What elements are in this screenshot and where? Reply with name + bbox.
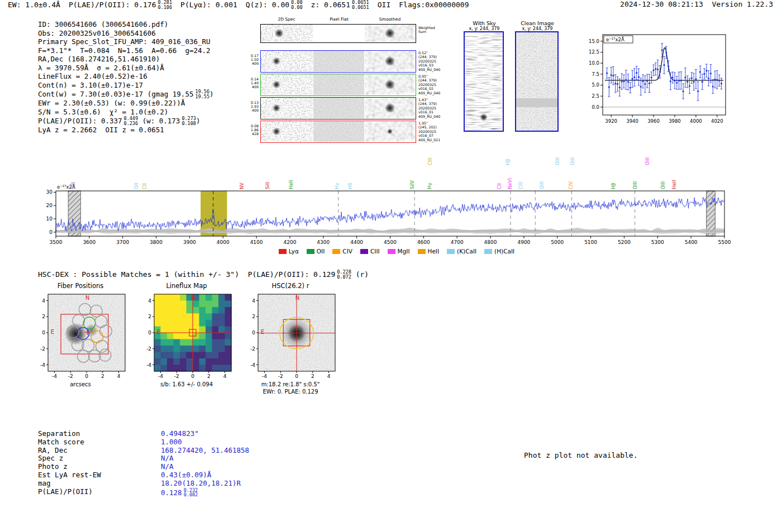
span-element: 168.274420, 51.461858 xyxy=(161,446,249,454)
rect-element xyxy=(174,314,180,320)
cutout-caption: EWr: 0. PLAE: 0.129 xyxy=(241,389,340,396)
rect-element xyxy=(154,294,161,301)
circle-element xyxy=(655,68,656,70)
match-row: Separation0.494823" xyxy=(38,430,249,438)
rect-element xyxy=(174,339,180,346)
text-element: 4 xyxy=(327,373,331,379)
legend-item: (H)CaII xyxy=(484,248,514,255)
rect-element xyxy=(167,327,174,333)
rect-element xyxy=(154,352,161,359)
match-row: mag18.20(18.20,18.21)R xyxy=(38,480,249,488)
header-bar: EW: 1.0±0.4ÅP(LAE)/P(OII): 0.1760.2810.1… xyxy=(0,0,782,9)
detection-info-block: ID: 3006541606 (3006541606.pdf)Obs: 2020… xyxy=(38,20,214,135)
div-element: 409 xyxy=(250,61,259,65)
rect-element xyxy=(212,294,219,301)
text-element: 3500 xyxy=(50,239,63,245)
svg-element xyxy=(365,98,415,118)
text-element: -4 xyxy=(52,373,57,379)
div-element: 20200325 xyxy=(418,130,446,133)
div-element: 1.95" xyxy=(418,121,446,125)
spec2d-row-right-label: 0.95"(244, 379)20200325v016_02409_RU_040 xyxy=(418,74,446,95)
rect-element xyxy=(206,314,212,320)
circle-element xyxy=(617,83,618,85)
text-element: 10 xyxy=(46,216,53,222)
span-element: 0.236 xyxy=(124,121,139,126)
span-element: CIII xyxy=(370,248,380,255)
rect-element xyxy=(206,339,212,346)
circle-element xyxy=(385,103,395,113)
rect-element xyxy=(187,320,193,327)
header-summary: EW: 1.0±0.4ÅP(LAE)/P(OII): 0.1760.2810.1… xyxy=(8,0,477,9)
info-segment: LineFlux = 2.40(±0.52)e-16 xyxy=(38,72,147,80)
div-element: (245, 202) xyxy=(418,125,446,129)
with-sky-coords: x, y: 244, 379 xyxy=(464,26,505,31)
circle-element xyxy=(614,83,616,84)
header-item: P(LAE)/P(OII): 0.1760.2810.106 xyxy=(69,1,172,9)
rect-element xyxy=(167,365,174,372)
circle-element xyxy=(636,72,637,74)
rect-element xyxy=(199,301,206,308)
text-element: 0 xyxy=(49,229,53,235)
emission-line-label: SiII xyxy=(265,182,270,189)
rect-element xyxy=(218,307,225,314)
rect-element xyxy=(206,294,212,301)
info-line: LineFlux = 2.40(±0.52)e-16 xyxy=(38,72,214,81)
match-label: Spec z xyxy=(38,454,161,463)
cutout-caption: m:18.2 re:1.8" s:0.5" xyxy=(241,381,340,389)
rect-element xyxy=(167,346,174,352)
text-element: 4000 xyxy=(690,118,702,124)
emission-line-label: CIII xyxy=(518,182,523,189)
cutout-panel: Fiber Positions-4-4-2-2002244NEarcsecs xyxy=(31,282,132,389)
legend-item: Lyα xyxy=(279,248,299,255)
div-element: 0.17 xyxy=(250,54,259,57)
text-element: 2 xyxy=(311,373,314,379)
text-element: 3900 xyxy=(183,239,196,245)
header-datetime: 2024-12-30 08:21:13 Version 1.22.3 xyxy=(620,0,773,9)
circle-element xyxy=(689,85,690,87)
rect-element xyxy=(167,352,174,359)
rect-element xyxy=(212,339,219,346)
span-element: ID: 3006541606 (3006541606.pdf) xyxy=(38,20,168,28)
circle-element xyxy=(385,80,395,90)
info-line: Cont(w) = 7.30(±0.03)e-17 (gmag 19.5519.… xyxy=(38,89,214,99)
emission-line-label: OIII xyxy=(632,181,638,189)
rect-element xyxy=(199,320,206,327)
weighted-sum-label: WeightedSum xyxy=(418,26,446,34)
text-element: 4020 xyxy=(711,118,723,124)
rect-element xyxy=(261,98,313,118)
legend-item: CIV xyxy=(332,248,352,255)
span-element: OII xyxy=(378,1,390,9)
rect-element xyxy=(261,51,313,71)
compass-north: N xyxy=(85,295,89,301)
svg-element xyxy=(261,98,313,118)
span-element: P(LAE)/P(OII): 0.337 xyxy=(38,117,122,125)
span-element: z: 0.0651 xyxy=(311,1,350,9)
svg-element xyxy=(365,51,415,71)
text-element: 0 xyxy=(191,373,194,379)
text-element: 4900 xyxy=(517,239,530,245)
rect-element xyxy=(167,301,174,308)
div-element: Sum xyxy=(418,30,446,33)
span-element: N/A xyxy=(161,462,174,471)
rect-element xyxy=(225,301,232,308)
span-element: 0.106 xyxy=(158,5,172,10)
info-segment: ID: 3006541606 (3006541606.pdf) xyxy=(38,20,168,28)
info-line: λ = 3970.59Å σ = 2.61(±0.64)Å xyxy=(38,64,214,73)
span-element: ) xyxy=(196,117,201,125)
rect-element xyxy=(174,327,180,333)
info-segment: λ = 3970.59Å σ = 2.61(±0.64)Å xyxy=(38,64,164,72)
text-element: 20 xyxy=(46,203,53,208)
rect-element xyxy=(218,358,225,365)
circle-element xyxy=(657,69,659,70)
span-element: (r) xyxy=(351,270,369,279)
legend-item: OII xyxy=(307,248,325,255)
circle-element xyxy=(712,85,714,87)
rect-element xyxy=(180,307,187,314)
rect-element xyxy=(187,352,193,359)
span-element: λ = 3970.59Å σ = 2.61(±0.64)Å xyxy=(38,64,164,72)
circle-element xyxy=(651,76,652,78)
legend-swatch xyxy=(388,249,395,254)
rect-element xyxy=(218,327,225,333)
stacked-uncertainty: 19.5619.55 xyxy=(195,89,209,99)
match-value: N/A xyxy=(161,454,174,463)
